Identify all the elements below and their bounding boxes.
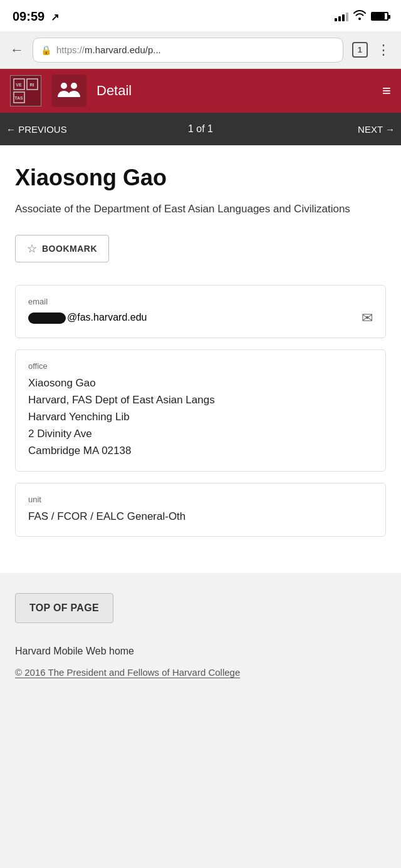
email-row: @fas.harvard.edu ✉ <box>28 310 373 326</box>
menu-button[interactable]: ≡ <box>382 82 391 100</box>
email-redacted <box>28 313 66 324</box>
harvard-logo: VE RI TAS <box>10 75 41 106</box>
site-header-title: Detail <box>96 83 372 99</box>
office-value: Xiaosong Gao Harvard, FAS Dept of East A… <box>28 375 373 460</box>
email-card: email @fas.harvard.edu ✉ <box>15 285 386 338</box>
person-title: Associate of the Department of East Asia… <box>15 201 386 217</box>
office-card: office Xiaosong Gao Harvard, FAS Dept of… <box>15 349 386 472</box>
email-label: email <box>28 297 373 306</box>
footer: TOP OF PAGE Harvard Mobile Web home © 20… <box>0 573 401 703</box>
email-domain: @fas.harvard.edu <box>67 312 147 323</box>
people-icon <box>51 75 86 107</box>
status-time: 09:59 ↗ <box>13 9 59 24</box>
office-line-3: Harvard Yenching Lib <box>28 408 373 425</box>
mail-icon[interactable]: ✉ <box>362 310 373 326</box>
wifi-icon <box>353 10 366 23</box>
status-icons <box>335 10 388 23</box>
bookmark-label: BOOKMARK <box>42 244 97 254</box>
result-count: 1 of 1 <box>119 123 282 135</box>
tab-button[interactable]: 1 <box>352 42 368 58</box>
person-name: Xiaosong Gao <box>15 164 386 191</box>
svg-text:RI: RI <box>30 83 34 87</box>
unit-label: unit <box>28 495 373 504</box>
unit-value: FAS / FCOR / EALC General-Oth <box>28 508 373 525</box>
office-label: office <box>28 361 373 371</box>
svg-text:TAS: TAS <box>14 96 23 100</box>
office-line-2: Harvard, FAS Dept of East Asian Langs <box>28 391 373 408</box>
nav-bar: ← PREVIOUS 1 of 1 NEXT → <box>0 113 401 145</box>
top-of-page-button[interactable]: TOP OF PAGE <box>15 593 113 623</box>
office-line-5: Cambridge MA 02138 <box>28 442 373 459</box>
svg-point-8 <box>71 83 77 89</box>
url-text: https://m.harvard.edu/p... <box>56 44 161 55</box>
email-value: @fas.harvard.edu <box>28 312 147 324</box>
back-button[interactable]: ← <box>10 42 24 58</box>
lock-icon: 🔒 <box>41 45 51 55</box>
battery-icon <box>371 12 388 21</box>
signal-icon <box>335 11 348 21</box>
site-header: VE RI TAS Detail ≡ <box>0 69 401 113</box>
main-content: Xiaosong Gao Associate of the Department… <box>0 145 401 573</box>
star-icon: ☆ <box>27 242 37 256</box>
unit-card: unit FAS / FCOR / EALC General-Oth <box>15 483 386 537</box>
office-line-1: Xiaosong Gao <box>28 375 373 391</box>
status-bar: 09:59 ↗ <box>0 0 401 31</box>
office-line-4: 2 Divinity Ave <box>28 425 373 442</box>
prev-button[interactable]: ← PREVIOUS <box>6 124 119 135</box>
location-icon: ↗ <box>51 12 59 23</box>
copyright: © 2016 The President and Fellows of Harv… <box>15 667 240 678</box>
home-link[interactable]: Harvard Mobile Web home <box>15 646 134 656</box>
svg-rect-0 <box>11 76 40 105</box>
svg-text:VE: VE <box>16 83 22 87</box>
url-bar[interactable]: 🔒 https://m.harvard.edu/p... <box>33 38 343 63</box>
browser-bar: ← 🔒 https://m.harvard.edu/p... 1 ⋮ <box>0 31 401 69</box>
bookmark-button[interactable]: ☆ BOOKMARK <box>15 235 109 262</box>
next-button[interactable]: NEXT → <box>282 124 395 135</box>
more-button[interactable]: ⋮ <box>377 42 391 58</box>
svg-point-7 <box>61 83 67 89</box>
